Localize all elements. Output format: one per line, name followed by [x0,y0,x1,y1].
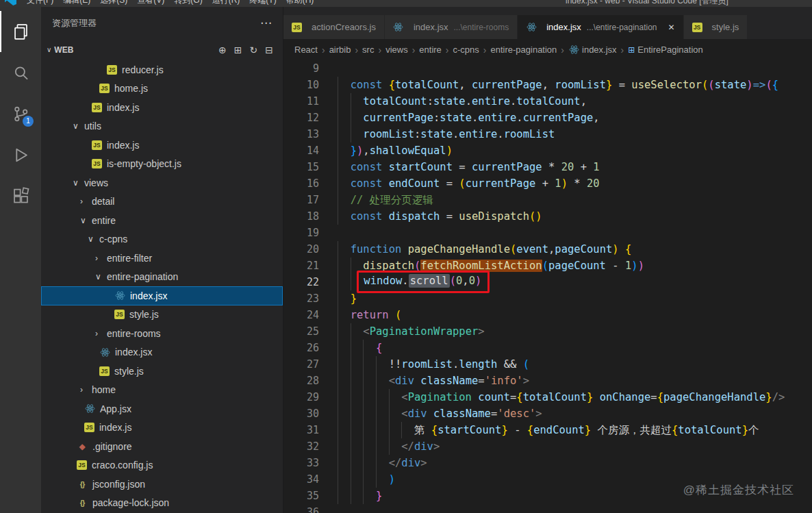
breadcrumb-label: entire [419,45,442,55]
tree-folder-c-cpns[interactable]: ∨c-cpns [41,230,283,249]
indent-guide [376,422,389,438]
indent-guide [338,159,351,175]
tree-item-label: detail [92,196,114,207]
menu-item[interactable]: 选择(S) [95,0,132,6]
run-debug-icon[interactable] [0,134,41,175]
code-line: 33</div> [283,455,812,471]
tree-file-index.jsx[interactable]: index.jsx [41,343,283,362]
workspace-section-header[interactable]: ∨ WEB ⊕⊞↻⊟ [41,39,283,60]
menu-item[interactable]: 文件(F) [22,0,58,6]
code-line: 10const {totalCount, currentPage, roomLi… [283,77,812,93]
tree-file-index.jsx[interactable]: index.jsx [41,286,283,305]
tree-file-home.js[interactable]: JShome.js [41,79,283,99]
tab-bar: JSactionCreaors.jsindex.jsx...\entire-ro… [283,7,812,39]
search-icon[interactable] [0,52,41,93]
breadcrumb-item[interactable]: entire-pagination [490,45,557,55]
tree-file-index.js[interactable]: JSindex.js [41,136,283,155]
chevron-down-icon: ∨ [73,178,84,188]
tree-file-style.js[interactable]: JSstyle.js [41,362,283,381]
tree-file-index.js[interactable]: JSindex.js [41,418,283,438]
indent-guide [338,488,351,504]
tree-file-jsconfig.json[interactable]: {}jsconfig.json [41,475,283,494]
breadcrumb-item[interactable]: entire [419,45,442,55]
new-folder-icon[interactable]: ⊞ [234,45,242,55]
tree-folder-entire[interactable]: ∨entire [41,211,283,230]
line-number: 33 [283,455,319,471]
indent-guide [376,438,389,455]
breadcrumb-item[interactable]: src [362,45,374,55]
line-number: 26 [283,340,319,356]
menu-item[interactable]: 查看(V) [132,0,169,6]
line-number: 28 [283,373,319,389]
tab-actionCreaors.js[interactable]: JSactionCreaors.js [283,15,385,39]
tab-index.jsx[interactable]: index.jsx...\entire-pagination✕ [518,15,683,39]
tree-folder-views[interactable]: ∨views [41,173,283,192]
breadcrumb-item[interactable]: index.jsx [568,45,617,55]
more-actions-icon[interactable]: ⋯ [260,16,272,30]
js-file-icon: JS [77,460,87,470]
tree-folder-detail[interactable]: ›detail [41,192,283,212]
indent-guide [351,405,364,422]
extensions-icon[interactable] [0,175,41,216]
breadcrumb-item[interactable]: ⊞EntirePagination [628,45,702,55]
indent-guide [376,373,389,389]
indent-guide [338,323,351,340]
tree-file-style.js[interactable]: JSstyle.js [41,305,283,325]
menu-item[interactable]: 转到(G) [169,0,207,6]
sidebar-header: 资源管理器 ⋯ [41,7,283,39]
close-icon[interactable]: ✕ [668,23,675,32]
tree-folder-entire-pagination[interactable]: ∨entire-pagination [41,268,283,287]
refresh-icon[interactable]: ↻ [250,45,258,55]
breadcrumb-item[interactable]: views [385,45,408,55]
collapse-all-icon[interactable]: ⊟ [265,45,273,55]
menu-item[interactable]: 编辑(E) [58,0,95,6]
tree-folder-entire-filter[interactable]: ›entire-filter [41,249,283,268]
breadcrumb-item[interactable]: c-cpns [453,45,479,55]
chevron-down-icon: ∨ [47,46,51,53]
line-number: 14 [283,142,319,159]
tree-folder-home[interactable]: ›home [41,381,283,400]
code-line: 26{ [283,340,812,356]
code-line: 11totalCount:state.entire.totalCount, [283,93,812,110]
indent-guide [338,208,351,225]
tree-file-App.jsx[interactable]: App.jsx [41,399,283,418]
menu-item[interactable]: 终端(T) [244,0,281,6]
menu-item[interactable]: 运行(R) [207,0,245,6]
indent-guide [389,438,402,455]
code-line: 32</div> [283,438,812,455]
tree-file-.gitignore[interactable]: ◆.gitignore [41,437,283,456]
tree-file-index.js[interactable]: JSindex.js [41,98,283,117]
breadcrumb-label: index.jsx [582,45,617,55]
code-editor[interactable]: 910const {totalCount, currentPage, roomL… [283,60,812,513]
tree-file-reducer.js[interactable]: JSreducer.js [41,60,283,79]
indent-guide [351,455,364,471]
indent-guide [363,471,376,488]
tab-path-hint: ...\entire-pagination [587,23,657,32]
tree-folder-utils[interactable]: ∨utils [41,117,283,136]
explorer-icon[interactable] [0,11,41,52]
breadcrumb-separator-icon: › [378,45,381,55]
tree-file-package-lock.json[interactable]: {}package-lock.json [41,494,283,513]
new-file-icon[interactable]: ⊕ [218,45,227,55]
breadcrumb-label: entire-pagination [490,45,557,55]
menu-item[interactable]: 帮助(H) [281,0,319,6]
tab-index.jsx[interactable]: index.jsx...\entire-rooms [385,15,518,39]
chevron-down-icon: ∨ [95,272,107,281]
js-file-icon: JS [92,140,102,150]
breadcrumb-item[interactable]: airbib [329,45,351,55]
indent-guide [351,422,364,438]
source-control-icon[interactable]: 1 [0,93,41,134]
indent-guide [363,356,376,373]
tree-folder-entire-rooms[interactable]: ›entire-rooms [41,324,283,343]
watermark: @稀土掘金技术社区 [683,482,794,498]
line-number: 34 [283,471,319,488]
indent-guide [363,373,376,389]
tree-file-is-empty-object.js[interactable]: JSis-empty-object.js [41,155,283,174]
indent-guide [338,356,351,373]
tree-file-craco.config.js[interactable]: JScraco.config.js [41,456,283,475]
chevron-right-icon: › [80,197,92,206]
breadcrumb-item[interactable]: React [294,45,318,55]
tab-style.js[interactable]: JSstyle.js [684,15,748,39]
indent-guide [401,422,414,438]
indent-guide [376,471,389,488]
